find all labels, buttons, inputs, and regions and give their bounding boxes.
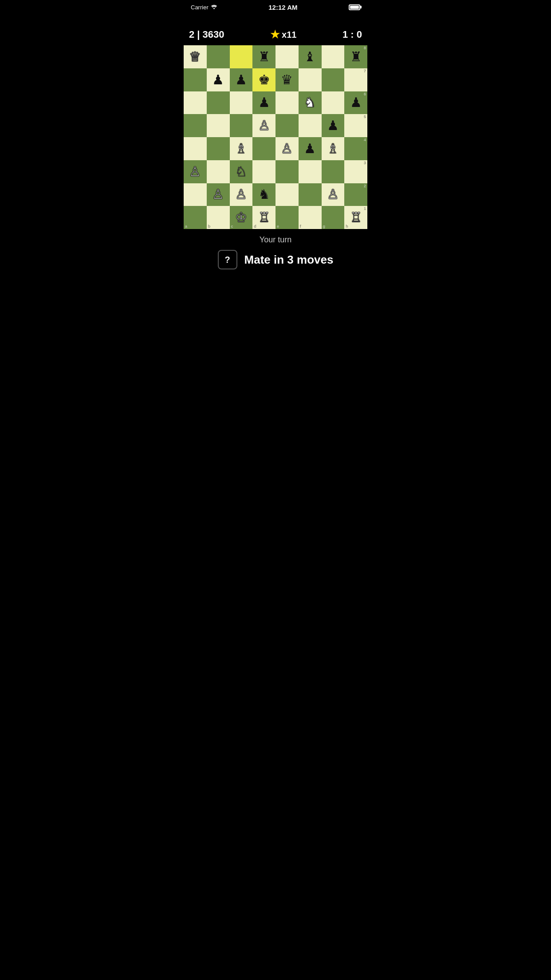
- cell-a2[interactable]: [184, 183, 207, 206]
- piece-b2: ♙: [212, 188, 224, 201]
- cell-d5[interactable]: ♙: [252, 114, 276, 137]
- file-label-f: f: [300, 225, 301, 229]
- cell-c5[interactable]: [230, 114, 253, 137]
- cell-g6[interactable]: [322, 91, 345, 115]
- file-label-c: c: [231, 225, 233, 229]
- cell-d2[interactable]: ♞: [252, 183, 276, 206]
- cell-c3[interactable]: ♘: [230, 160, 253, 183]
- rank-label-8: 8: [364, 46, 366, 50]
- cell-b5[interactable]: [207, 114, 230, 137]
- cell-h6[interactable]: 6♟: [344, 91, 367, 115]
- cell-a3[interactable]: ♙: [184, 160, 207, 183]
- cell-f4[interactable]: ♟: [299, 137, 322, 160]
- file-label-e: e: [277, 225, 279, 229]
- cell-f1[interactable]: f: [299, 206, 322, 229]
- cell-f7[interactable]: [299, 68, 322, 91]
- piece-g5: ♟: [327, 119, 339, 132]
- cell-g7[interactable]: [322, 68, 345, 91]
- cell-h7[interactable]: 7: [344, 68, 367, 91]
- your-turn-label: Your turn: [260, 235, 291, 245]
- cell-a8[interactable]: ♕: [184, 45, 207, 68]
- piece-f6: ♞: [304, 96, 316, 109]
- cell-h1[interactable]: 1h♖: [344, 206, 367, 229]
- cell-e6[interactable]: [276, 91, 299, 115]
- bottom-area: Your turn ? Mate in 3 moves: [184, 229, 367, 327]
- cell-h8[interactable]: 8♜: [344, 45, 367, 68]
- piece-c2: ♙: [235, 188, 247, 201]
- cell-a7[interactable]: [184, 68, 207, 91]
- cell-h2[interactable]: 2: [344, 183, 367, 206]
- cell-e1[interactable]: e: [276, 206, 299, 229]
- cell-c7[interactable]: ♟: [230, 68, 253, 91]
- cell-e3[interactable]: [276, 160, 299, 183]
- cell-h3[interactable]: 3: [344, 160, 367, 183]
- mate-row: ? Mate in 3 moves: [218, 250, 334, 269]
- rank-label-7: 7: [364, 69, 366, 73]
- cell-g4[interactable]: ♗: [322, 137, 345, 160]
- file-label-a: a: [185, 225, 187, 229]
- file-label-b: b: [208, 225, 211, 229]
- piece-h6: ♟: [350, 96, 362, 109]
- cell-c8[interactable]: [230, 45, 253, 68]
- cell-d7[interactable]: ♚: [252, 68, 276, 91]
- cell-e2[interactable]: [276, 183, 299, 206]
- hint-button[interactable]: ?: [218, 250, 237, 269]
- cell-e4[interactable]: ♙: [276, 137, 299, 160]
- cell-c2[interactable]: ♙: [230, 183, 253, 206]
- cell-c4[interactable]: ♗: [230, 137, 253, 160]
- rank-label-3: 3: [364, 161, 366, 165]
- piece-a8: ♕: [189, 50, 201, 63]
- status-bar: Carrier 12:12 AM: [184, 0, 367, 13]
- wifi-icon: [211, 4, 217, 11]
- cell-b1[interactable]: b: [207, 206, 230, 229]
- piece-c3: ♘: [235, 165, 247, 178]
- cell-a5[interactable]: [184, 114, 207, 137]
- cell-d3[interactable]: [252, 160, 276, 183]
- cell-e5[interactable]: [276, 114, 299, 137]
- cell-d1[interactable]: d♖: [252, 206, 276, 229]
- cell-h5[interactable]: 5: [344, 114, 367, 137]
- piece-h1: ♖: [350, 211, 362, 224]
- cell-f5[interactable]: [299, 114, 322, 137]
- cell-c6[interactable]: [230, 91, 253, 115]
- cell-f2[interactable]: [299, 183, 322, 206]
- cell-a4[interactable]: [184, 137, 207, 160]
- cell-d8[interactable]: ♜: [252, 45, 276, 68]
- cell-g3[interactable]: [322, 160, 345, 183]
- cell-d6[interactable]: ♟: [252, 91, 276, 115]
- piece-d1: ♖: [258, 211, 270, 224]
- rank-label-2: 2: [364, 184, 366, 188]
- chess-board[interactable]: ♕♜♝8♜♟♟♚♛7♟♞6♟♙♟5♗♙♟♗4♙♘3♙♙♞♙2abc♔d♖efg1…: [184, 45, 367, 229]
- cell-a1[interactable]: a: [184, 206, 207, 229]
- battery-icon: [349, 4, 360, 10]
- cell-f3[interactable]: [299, 160, 322, 183]
- piece-g2: ♙: [327, 188, 339, 201]
- cell-c1[interactable]: c♔: [230, 206, 253, 229]
- piece-d8: ♜: [258, 50, 270, 63]
- cell-f8[interactable]: ♝: [299, 45, 322, 68]
- cell-b7[interactable]: ♟: [207, 68, 230, 91]
- cell-b3[interactable]: [207, 160, 230, 183]
- cell-e7[interactable]: ♛: [276, 68, 299, 91]
- cell-b4[interactable]: [207, 137, 230, 160]
- cell-b2[interactable]: ♙: [207, 183, 230, 206]
- carrier-wifi: Carrier: [191, 4, 217, 11]
- piece-f8: ♝: [304, 50, 316, 63]
- cell-b8[interactable]: [207, 45, 230, 68]
- cell-g8[interactable]: [322, 45, 345, 68]
- carrier-label: Carrier: [191, 4, 209, 11]
- cell-g1[interactable]: g: [322, 206, 345, 229]
- mate-label: Mate in 3 moves: [244, 253, 334, 267]
- cell-f6[interactable]: ♞: [299, 91, 322, 115]
- chess-board-container[interactable]: ♕♜♝8♜♟♟♚♛7♟♞6♟♙♟5♗♙♟♗4♙♘3♙♙♞♙2abc♔d♖efg1…: [184, 45, 367, 229]
- cell-g5[interactable]: ♟: [322, 114, 345, 137]
- cell-b6[interactable]: [207, 91, 230, 115]
- cell-e8[interactable]: [276, 45, 299, 68]
- piece-d5: ♙: [258, 119, 270, 132]
- piece-h8: ♜: [350, 50, 362, 63]
- cell-h4[interactable]: 4: [344, 137, 367, 160]
- cell-d4[interactable]: [252, 137, 276, 160]
- piece-d7: ♚: [258, 73, 270, 87]
- cell-a6[interactable]: [184, 91, 207, 115]
- cell-g2[interactable]: ♙: [322, 183, 345, 206]
